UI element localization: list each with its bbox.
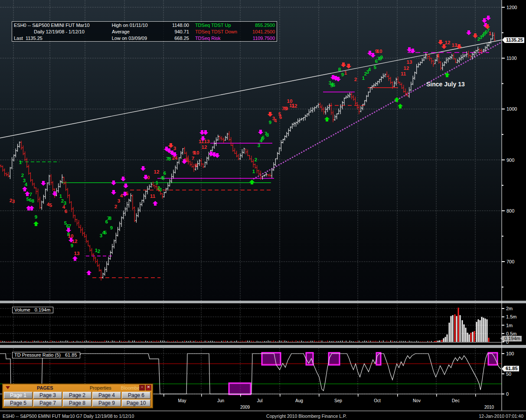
volume-bar — [470, 333, 472, 342]
volume-bar — [458, 308, 459, 342]
td-seq-number: 6 — [279, 115, 282, 120]
volume-bar — [467, 333, 468, 342]
page-button-page-7[interactable]: Page 7 — [33, 400, 62, 407]
pressure-tick-label: 100 — [506, 351, 514, 356]
pressure-panel-label: TD Pressure Ratio (5)61.85 — [12, 352, 80, 358]
volume-bar — [487, 319, 488, 342]
td-seq-number: 3 — [118, 198, 120, 203]
td-seq-number: 8 — [109, 216, 112, 221]
tab-properties[interactable]: Properties — [85, 385, 116, 390]
maximize-icon[interactable]: ▫ — [139, 385, 145, 390]
volume-bar — [445, 337, 446, 342]
pressure-tick-label: 50 — [506, 372, 511, 377]
td-seq-number: 2 — [98, 249, 100, 254]
td-seq-number: 4 — [274, 118, 277, 123]
td-seq-number: 3 — [173, 146, 176, 151]
td-seq-number: 5 — [374, 65, 377, 70]
page-button-page-6[interactable]: Page 6 — [122, 392, 150, 399]
price-tick-label: 800 — [506, 209, 514, 213]
dropdown-triangle-icon[interactable] — [6, 386, 10, 389]
since-july-annotation: Since July 13 — [426, 81, 465, 88]
volume-last-value: 0.194m — [35, 307, 51, 312]
low-value: 668.25 — [160, 35, 189, 42]
volume-tick-label: 2m — [506, 306, 513, 311]
tab-pages[interactable]: PAGES — [33, 385, 58, 390]
td-seq-number: 3 — [159, 187, 162, 192]
month-label-aug: Aug — [295, 398, 303, 403]
volume-bar — [478, 319, 479, 342]
td-seq-number: 1 — [156, 180, 159, 185]
td-seq-number: 1 — [19, 160, 22, 165]
status-datetime: 12-Jan-2010 07:01:40 — [479, 413, 523, 419]
volume-bar — [465, 328, 467, 342]
td-seq-number: 7 — [192, 156, 194, 161]
volume-bar — [451, 316, 452, 342]
page-button-page-1[interactable]: Page 1 — [4, 392, 33, 399]
tdst-up-value: 855.2500 — [248, 22, 275, 29]
volume-bar — [476, 322, 477, 342]
pages-widget[interactable]: PAGES Properties Bloomberg ▫ ✕ Page 1Pag… — [2, 384, 153, 408]
volume-bar — [464, 325, 465, 342]
page-button-page-10[interactable]: Page 10 — [122, 400, 150, 407]
high-label: High on 01/11/10 — [112, 22, 160, 29]
td-seq-number: 9 — [35, 214, 37, 220]
td-seq-number: 4 — [368, 67, 371, 72]
td-seq-number: 4 — [120, 193, 123, 198]
td-seq-number: 12 — [202, 144, 207, 150]
volume-bar — [456, 316, 457, 342]
month-label-jul: Jul — [257, 398, 263, 403]
month-label-oct: Oct — [374, 398, 381, 403]
volume-bar — [434, 341, 435, 342]
page-buttons-grid: Page 1Page 3Page 2Page 4Page 6Page 5Page… — [3, 391, 152, 407]
td-seq-number: 9 — [269, 120, 271, 125]
td-seq-number: 10 — [194, 150, 199, 155]
pressure-highlight-box — [229, 383, 251, 394]
tdst-down-value: 1041.2500 — [248, 29, 275, 35]
volume-bar — [447, 335, 448, 342]
volume-bar — [462, 320, 463, 342]
chart-legend-box: ESH0 -- S&P500 EMINI FUT Mar10 High on 0… — [12, 21, 277, 42]
close-icon[interactable]: ✕ — [146, 385, 151, 390]
pressure-tick-label: 0 — [506, 392, 509, 397]
volume-bar — [480, 320, 481, 342]
volume-bar — [439, 341, 441, 342]
page-button-page-5[interactable]: Page 5 — [4, 400, 33, 407]
td-seq-number: 1 — [437, 53, 440, 58]
page-button-page-8[interactable]: Page 8 — [63, 400, 91, 407]
volume-bar — [485, 318, 486, 342]
status-bar: ESH0 -- S&P500 EMINI FUT Mar10 G7 Daily … — [0, 412, 526, 420]
price-tick-label: 900 — [506, 158, 514, 163]
volume-bar — [449, 323, 450, 342]
td-seq-number: 2 — [354, 77, 357, 82]
td-seq-number: 8 — [195, 163, 198, 168]
volume-bar — [460, 315, 461, 342]
page-button-page-2[interactable]: Page 2 — [63, 392, 91, 399]
td-seq-number: 5 — [104, 230, 107, 235]
td-seq-number: 1 — [489, 31, 492, 36]
td-seq-number: 1 — [252, 169, 255, 174]
volume-bar — [436, 341, 437, 342]
td-seq-number: 9 — [380, 55, 383, 60]
page-button-page-9[interactable]: Page 9 — [92, 400, 121, 407]
tdst-up-label: TDSeq TDST Up — [189, 22, 248, 29]
volume-bar — [474, 331, 475, 342]
avg-value: 940.71 — [160, 29, 189, 35]
month-label-jun: Jun — [217, 398, 224, 403]
td-seq-number: 13 — [452, 43, 457, 48]
td-seq-number: 3 — [12, 199, 15, 204]
volume-bar — [488, 338, 490, 342]
page-button-page-3[interactable]: Page 3 — [33, 392, 62, 399]
bloomberg-chart-window: { "header": { "instrument": "ESH0 -- S&P… — [0, 0, 526, 420]
volume-tick-label: 1m — [506, 323, 513, 328]
td-seq-number: 8 — [168, 156, 171, 161]
page-button-page-4[interactable]: Page 4 — [92, 392, 121, 399]
td-seq-number: 9 — [285, 106, 288, 111]
pressure-highlight-box — [329, 353, 340, 365]
td-seq-number: 12 — [154, 169, 160, 174]
td-seq-number: 12 — [404, 66, 409, 71]
volume-bar — [483, 318, 484, 342]
pages-widget-header[interactable]: PAGES Properties Bloomberg ▫ ✕ — [3, 384, 152, 391]
month-label-dec: Dec — [452, 398, 460, 403]
td-seq-number: 13 — [74, 251, 80, 256]
month-label-may: May — [178, 398, 186, 403]
